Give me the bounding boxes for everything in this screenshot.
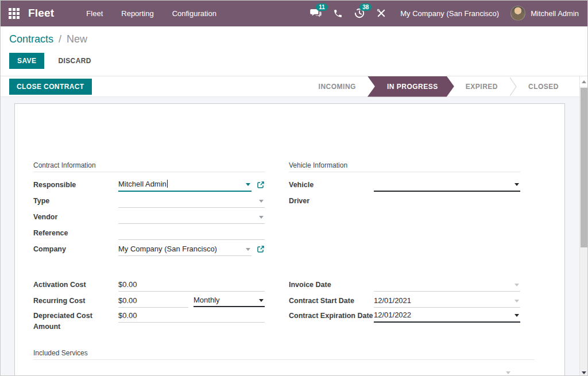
- breadcrumb-contracts[interactable]: Contracts: [9, 33, 53, 45]
- type-dropdown-caret-icon[interactable]: [259, 200, 264, 203]
- scrollbar-up-arrow-icon[interactable]: [580, 76, 588, 87]
- vendor-field[interactable]: [118, 210, 265, 224]
- reference-field[interactable]: [118, 226, 265, 240]
- vendor-input[interactable]: [118, 211, 265, 223]
- type-field[interactable]: [118, 194, 265, 208]
- recurring-cost-frequency-select[interactable]: Monthly: [194, 294, 265, 307]
- scrollbar-thumb[interactable]: [581, 88, 588, 247]
- top-navbar: Fleet Fleet Reporting Configuration 11 3…: [0, 0, 588, 26]
- field-row-vehicle: Vehicle: [289, 177, 520, 193]
- section-title-contract-information: Contract Information: [33, 161, 265, 172]
- contract-start-date-field[interactable]: [374, 294, 520, 308]
- invoice-date-label: Invoice Date: [289, 280, 374, 290]
- field-row-contract-start-date: Contract Start Date: [289, 293, 520, 309]
- depreciated-cost-label: Depreciated Cost Amount: [33, 309, 118, 332]
- field-row-invoice-date: Invoice Date: [289, 277, 520, 293]
- company-label: Company: [33, 244, 118, 255]
- field-row-recurring-cost: Recurring Cost Monthly: [33, 293, 265, 309]
- stage-separator-icon: [509, 76, 517, 97]
- activation-cost-input[interactable]: [118, 279, 265, 290]
- responsible-label: Responsible: [33, 180, 118, 191]
- driver-field[interactable]: [374, 194, 520, 208]
- messages-button[interactable]: 11: [305, 0, 327, 26]
- vehicle-dropdown-caret-icon[interactable]: [514, 183, 519, 186]
- recurring-cost-field[interactable]: [118, 294, 188, 308]
- field-row-depreciated-cost: Depreciated Cost Amount: [33, 309, 265, 335]
- field-row-vendor: Vendor: [33, 209, 265, 225]
- breadcrumb: Contracts / New: [9, 33, 579, 45]
- type-label: Type: [33, 196, 118, 207]
- contract-expiration-date-input[interactable]: [374, 309, 520, 321]
- stage-in-progress[interactable]: IN PROGRESS: [368, 76, 454, 97]
- activation-cost-label: Activation Cost: [33, 280, 118, 290]
- navbar-right: 11 38 My Company (San Francisco) Mitche: [305, 0, 588, 26]
- included-services-caret-icon[interactable]: [506, 371, 510, 374]
- recurring-cost-input[interactable]: [118, 295, 188, 307]
- invoice-date-field[interactable]: [374, 278, 520, 292]
- responsible-dropdown-caret-icon[interactable]: [246, 183, 250, 186]
- company-switcher[interactable]: My Company (San Francisco): [400, 9, 499, 18]
- frequency-dropdown-caret-icon[interactable]: [259, 299, 264, 302]
- contract-start-date-caret-icon[interactable]: [514, 300, 519, 303]
- save-button[interactable]: SAVE: [9, 53, 44, 69]
- section-title-included-services: Included Services: [33, 349, 535, 360]
- depreciated-cost-field[interactable]: [118, 309, 265, 323]
- control-panel: Contracts / New SAVE DISCARD: [0, 26, 588, 76]
- responsible-external-link-icon[interactable]: [257, 181, 265, 189]
- vertical-scrollbar[interactable]: [579, 76, 588, 376]
- reference-input[interactable]: [118, 227, 265, 239]
- company-field[interactable]: [118, 242, 252, 256]
- vehicle-input[interactable]: [374, 179, 520, 190]
- depreciated-cost-input[interactable]: [118, 310, 265, 321]
- vehicle-field[interactable]: [374, 178, 520, 192]
- contract-expiration-date-field[interactable]: [374, 309, 520, 323]
- menu-fleet[interactable]: Fleet: [77, 0, 112, 26]
- company-input[interactable]: [118, 243, 252, 255]
- responsible-field[interactable]: Mitchell Admin: [118, 178, 252, 192]
- field-row-type: Type: [33, 193, 265, 209]
- recurring-cost-frequency-value: Monthly: [194, 294, 265, 306]
- vendor-dropdown-caret-icon[interactable]: [259, 216, 264, 219]
- responsible-value[interactable]: Mitchell Admin: [118, 179, 252, 190]
- debug-tools-button[interactable]: [370, 0, 392, 26]
- section-title-vehicle-information: Vehicle Information: [289, 161, 520, 172]
- stage-incoming[interactable]: INCOMING: [307, 76, 368, 97]
- invoice-date-input[interactable]: [374, 279, 520, 290]
- form-columns: Contract Information Responsible Mitchel…: [15, 161, 564, 335]
- activities-badge: 38: [359, 3, 372, 11]
- phone-button[interactable]: [327, 0, 349, 26]
- stage-closed[interactable]: CLOSED: [517, 76, 570, 97]
- company-dropdown-caret-icon[interactable]: [246, 248, 250, 251]
- included-services-list[interactable]: [20, 366, 551, 376]
- user-menu[interactable]: Mitchell Admin: [531, 9, 579, 18]
- type-input[interactable]: [118, 195, 265, 207]
- stage-expired[interactable]: EXPIRED: [454, 76, 509, 97]
- field-row-driver: Driver: [289, 193, 520, 209]
- text-cursor: [167, 180, 168, 188]
- activities-button[interactable]: 38: [349, 0, 370, 26]
- discard-button[interactable]: DISCARD: [55, 56, 94, 65]
- close-contract-button[interactable]: CLOSE CONTRACT: [9, 79, 92, 95]
- field-row-responsible: Responsible Mitchell Admin: [33, 177, 265, 193]
- invoice-date-caret-icon[interactable]: [514, 284, 519, 286]
- app-name: Fleet: [28, 7, 54, 20]
- user-avatar[interactable]: [510, 6, 525, 21]
- contract-start-date-input[interactable]: [374, 295, 520, 307]
- apps-grid-icon[interactable]: [9, 7, 20, 19]
- included-services-section: Included Services: [15, 349, 564, 360]
- contract-expiration-date-caret-icon[interactable]: [514, 314, 519, 317]
- scrollbar-down-arrow-icon[interactable]: [580, 371, 588, 374]
- form-statusbar: CLOSE CONTRACT INCOMING IN PROGRESS EXPI…: [0, 76, 579, 97]
- field-row-contract-expiration-date: Contract Expiration Date: [289, 309, 520, 335]
- reference-label: Reference: [33, 228, 118, 239]
- vehicle-label: Vehicle: [289, 180, 374, 191]
- breadcrumb-current: New: [67, 33, 87, 45]
- messages-badge: 11: [316, 3, 328, 11]
- activation-cost-field[interactable]: [118, 278, 265, 292]
- navbar-left: Fleet Fleet Reporting Configuration: [0, 0, 226, 26]
- form-sheet: Contract Information Responsible Mitchel…: [14, 103, 565, 376]
- contract-start-date-label: Contract Start Date: [289, 296, 374, 307]
- menu-configuration[interactable]: Configuration: [163, 0, 226, 26]
- company-external-link-icon[interactable]: [257, 245, 265, 253]
- menu-reporting[interactable]: Reporting: [112, 0, 163, 26]
